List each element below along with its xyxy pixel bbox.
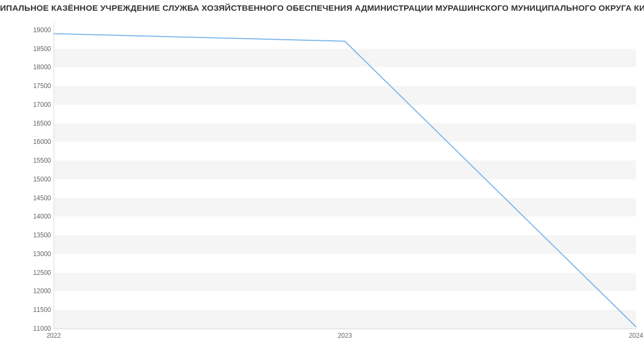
y-tick-label: 12500 [3, 269, 51, 277]
y-tick-label: 13000 [3, 250, 51, 258]
chart-title: ИПАЛЬНОЕ КАЗЁННОЕ УЧРЕЖДЕНИЕ СЛУЖБА ХОЗЯ… [0, 3, 644, 13]
y-tick-label: 17500 [3, 82, 51, 90]
chart-container: ИПАЛЬНОЕ КАЗЁННОЕ УЧРЕЖДЕНИЕ СЛУЖБА ХОЗЯ… [0, 0, 644, 349]
y-tick-label: 12000 [3, 287, 51, 295]
y-axis-line [54, 23, 54, 329]
y-tick-label: 18000 [3, 63, 51, 71]
y-tick-label: 15000 [3, 176, 51, 183]
y-tick-label: 17000 [3, 101, 51, 108]
series-line [54, 34, 636, 327]
line-series-layer [54, 23, 636, 329]
y-tick-label: 16500 [3, 120, 51, 127]
x-tick-label: 2024 [629, 332, 643, 339]
y-tick-label: 14500 [3, 194, 51, 202]
y-tick-label: 13500 [3, 231, 51, 239]
y-tick-label: 18500 [3, 45, 51, 53]
y-tick-label: 16000 [3, 138, 51, 146]
x-tick-label: 2022 [47, 332, 61, 339]
y-tick-label: 15500 [3, 157, 51, 164]
x-tick-label: 2023 [338, 332, 352, 339]
x-axis-line [54, 329, 636, 329]
y-tick-label: 11500 [3, 306, 51, 314]
plot-area [54, 23, 636, 329]
y-tick-label: 14000 [3, 213, 51, 220]
y-tick-label: 19000 [3, 26, 51, 34]
y-tick-label: 11000 [3, 325, 51, 332]
